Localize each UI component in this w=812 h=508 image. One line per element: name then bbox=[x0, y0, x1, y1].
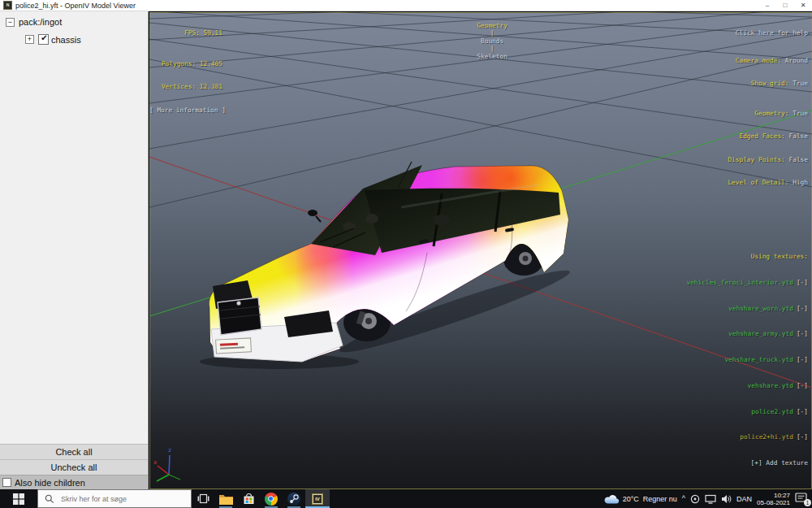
maker-emblem bbox=[236, 301, 240, 305]
language-indicator[interactable]: DAN bbox=[736, 495, 752, 503]
microsoft-store-button[interactable] bbox=[237, 489, 260, 508]
mode-tabs: Geometry | Bounds | Skeleton bbox=[149, 14, 812, 68]
expand-icon[interactable]: + bbox=[25, 35, 34, 44]
setting-geometry[interactable]: Geometry: True bbox=[728, 110, 808, 118]
viewport-canvas[interactable]: z x y FPS: 59,11 Polygons: 12.405 Vertic… bbox=[149, 12, 812, 489]
taskbar-clock[interactable]: 10:27 05-08-2021 bbox=[757, 492, 790, 506]
setting-camera-mode[interactable]: Camera mode: Around bbox=[728, 57, 808, 65]
also-hide-children-row[interactable]: Also hide children bbox=[0, 475, 148, 489]
texture-row[interactable]: vehshare_worn.ytd[-] bbox=[686, 305, 808, 314]
add-texture-button[interactable]: [+] Add texture bbox=[686, 459, 808, 468]
check-all-button[interactable]: Check all bbox=[0, 444, 148, 459]
steam-button[interactable] bbox=[283, 489, 305, 508]
chrome-button[interactable] bbox=[260, 489, 283, 508]
window-titlebar[interactable]: N police2_hi.yft - OpenIV Model Viewer –… bbox=[0, 0, 812, 11]
openiv-taskbar-button[interactable]: IV bbox=[305, 489, 330, 508]
taskbar: IV 20°C Regner nu ^ bbox=[0, 489, 812, 508]
tab-bounds[interactable]: Bounds bbox=[481, 37, 503, 45]
axis-gizmo: z x y bbox=[153, 442, 193, 484]
setting-level-of-detail[interactable]: Level of Detail: High bbox=[728, 179, 808, 187]
chassis-checkbox[interactable]: ✔ bbox=[38, 34, 49, 45]
chrome-icon bbox=[265, 493, 278, 506]
remove-texture-button[interactable]: [-] bbox=[797, 279, 808, 286]
textures-overlay: Using textures: vehicles_feroci_interior… bbox=[686, 236, 808, 485]
help-link[interactable]: Click here for help bbox=[728, 29, 808, 37]
setting-edged-faces[interactable]: Edged Faces: False bbox=[728, 132, 808, 141]
tree-item-chassis[interactable]: + ✔ chassis bbox=[25, 34, 148, 45]
desktop: N police2_hi.yft - OpenIV Model Viewer –… bbox=[0, 0, 812, 508]
clock-date: 05-08-2021 bbox=[757, 499, 790, 506]
model-tree-panel: − pack:/ingot + ✔ chassis Check all Unch… bbox=[0, 11, 149, 489]
file-explorer-button[interactable] bbox=[214, 489, 237, 508]
tab-skeleton[interactable]: Skeleton bbox=[477, 53, 508, 60]
remove-texture-button[interactable]: [-] bbox=[797, 330, 808, 337]
temperature-label: 20°C bbox=[623, 495, 639, 503]
remove-texture-button[interactable]: [-] bbox=[797, 382, 808, 389]
gizmo-x-label: x bbox=[153, 459, 157, 466]
setting-show-grid[interactable]: Show grid: True bbox=[728, 80, 808, 88]
volume-icon[interactable] bbox=[721, 494, 732, 504]
close-button[interactable]: ✕ bbox=[794, 0, 812, 11]
openiv-icon: IV bbox=[312, 493, 323, 505]
more-information-link[interactable]: [ More information ] bbox=[149, 106, 222, 115]
gizmo-z-label: z bbox=[168, 447, 171, 454]
window-title: police2_hi.yft - OpenIV Model Viewer bbox=[15, 2, 136, 10]
notification-badge: 1 bbox=[804, 499, 811, 506]
texture-row[interactable]: vehicles_feroci_interior.ytd[-] bbox=[686, 279, 808, 288]
texture-row[interactable]: police2.ytd[-] bbox=[686, 408, 808, 417]
texture-row[interactable]: vehshare.ytd[-] bbox=[686, 382, 808, 391]
file-explorer-icon bbox=[219, 493, 233, 505]
tab-geometry[interactable]: Geometry bbox=[477, 22, 508, 29]
vertices-readout: Vertices: 12.381 bbox=[149, 83, 222, 91]
microsoft-store-icon bbox=[243, 493, 255, 505]
uncheck-all-button[interactable]: Uncheck all bbox=[0, 459, 148, 475]
steam-icon bbox=[287, 493, 300, 506]
maximize-button[interactable]: □ bbox=[776, 0, 794, 11]
weather-label: Regner nu bbox=[643, 495, 677, 503]
collapse-icon[interactable]: − bbox=[6, 18, 15, 27]
texture-row[interactable]: vehshare_truck.ytd[-] bbox=[686, 356, 808, 365]
remove-texture-button[interactable]: [-] bbox=[797, 356, 808, 363]
task-view-button[interactable] bbox=[192, 489, 214, 508]
also-hide-children-label: Also hide children bbox=[15, 478, 85, 488]
texture-row[interactable]: vehshare_army.ytd[-] bbox=[686, 330, 808, 339]
remove-texture-button[interactable]: [-] bbox=[797, 408, 808, 415]
network-icon[interactable] bbox=[705, 494, 716, 504]
hidden-icons-chevron[interactable]: ^ bbox=[682, 494, 685, 502]
search-input[interactable] bbox=[59, 494, 176, 504]
start-button[interactable] bbox=[0, 489, 37, 508]
texture-row[interactable]: police2+hi.ytd[-] bbox=[686, 433, 808, 442]
tray-app-icon[interactable] bbox=[690, 494, 700, 504]
tree-root-row[interactable]: − pack:/ingot bbox=[6, 17, 148, 27]
checkmark-icon: ✔ bbox=[39, 33, 50, 42]
tree-root-label: pack:/ingot bbox=[19, 17, 62, 27]
action-center-button[interactable]: 1 bbox=[795, 493, 810, 506]
search-icon bbox=[45, 494, 54, 504]
also-hide-children-checkbox[interactable] bbox=[2, 478, 11, 487]
taskbar-search[interactable] bbox=[37, 489, 192, 508]
using-textures-title: Using textures: bbox=[686, 253, 808, 262]
minimize-button[interactable]: – bbox=[758, 0, 776, 11]
setting-display-points[interactable]: Display Points: False bbox=[728, 156, 808, 164]
gizmo-y-label: y bbox=[153, 483, 157, 484]
weather-cloud-icon bbox=[604, 493, 619, 504]
clock-time: 10:27 bbox=[757, 492, 790, 499]
task-view-icon bbox=[197, 493, 209, 504]
remove-texture-button[interactable]: [-] bbox=[797, 305, 808, 312]
tree-item-label: chassis bbox=[51, 35, 81, 45]
windows-logo-icon bbox=[13, 493, 24, 505]
openiv-window-icon: N bbox=[3, 1, 12, 10]
car-model[interactable] bbox=[198, 157, 580, 393]
settings-overlay: Click here for help Camera mode: Around … bbox=[728, 14, 808, 202]
system-tray: 20°C Regner nu ^ DAN 10:27 05-08-2021 bbox=[604, 489, 812, 508]
remove-texture-button[interactable]: [-] bbox=[797, 433, 808, 441]
weather-widget[interactable]: 20°C Regner nu bbox=[604, 489, 677, 508]
side-mirror bbox=[308, 210, 317, 216]
